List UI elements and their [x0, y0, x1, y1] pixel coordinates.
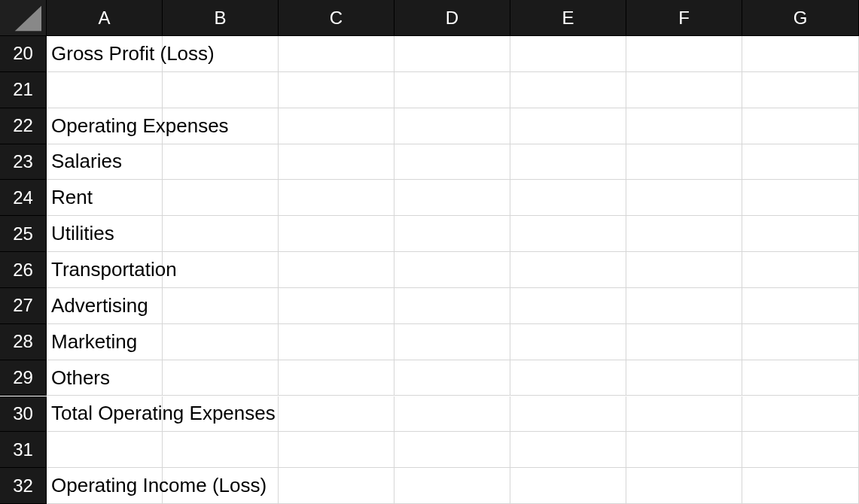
- cell-G27[interactable]: [742, 288, 859, 324]
- cell-A28[interactable]: Marketing: [47, 324, 163, 360]
- cell-B23[interactable]: [163, 144, 279, 181]
- row-header-21[interactable]: 21: [0, 72, 47, 108]
- cell-A24[interactable]: Rent: [47, 180, 163, 216]
- cell-E21[interactable]: [510, 72, 626, 108]
- cell-B31[interactable]: [163, 432, 279, 468]
- row-header-25[interactable]: 25: [0, 216, 47, 252]
- cell-G24[interactable]: [742, 180, 859, 216]
- row-header-31[interactable]: 31: [0, 432, 47, 468]
- cell-G25[interactable]: [742, 216, 859, 252]
- cell-E25[interactable]: [510, 216, 626, 252]
- row-header-22[interactable]: 22: [0, 108, 47, 144]
- cell-D22[interactable]: [394, 108, 510, 144]
- cell-E22[interactable]: [510, 108, 626, 144]
- col-header-F[interactable]: F: [626, 0, 742, 36]
- cell-F21[interactable]: [626, 72, 742, 108]
- cell-C24[interactable]: [279, 180, 394, 216]
- row-header-29[interactable]: 29: [0, 360, 47, 396]
- cell-D32[interactable]: [394, 468, 510, 504]
- select-all-corner[interactable]: [0, 0, 47, 36]
- cell-B24[interactable]: [163, 180, 279, 216]
- cell-E31[interactable]: [510, 432, 626, 468]
- cell-G29[interactable]: [742, 360, 859, 396]
- cell-E26[interactable]: [510, 252, 626, 288]
- cell-G26[interactable]: [742, 252, 859, 288]
- cell-C21[interactable]: [279, 72, 394, 108]
- cell-G23[interactable]: [742, 144, 859, 181]
- row-header-27[interactable]: 27: [0, 288, 47, 324]
- col-header-A[interactable]: A: [47, 0, 163, 36]
- cell-E29[interactable]: [510, 360, 626, 396]
- cell-C32[interactable]: [279, 468, 394, 504]
- cell-A27[interactable]: Advertising: [47, 288, 163, 324]
- cell-A23[interactable]: Salaries: [47, 144, 163, 181]
- cell-B26[interactable]: [163, 252, 279, 288]
- cell-F26[interactable]: [626, 252, 742, 288]
- cell-C25[interactable]: [279, 216, 394, 252]
- cell-B27[interactable]: [163, 288, 279, 324]
- cell-C20[interactable]: [279, 36, 394, 72]
- cell-F27[interactable]: [626, 288, 742, 324]
- row-header-26[interactable]: 26: [0, 252, 47, 288]
- col-header-B[interactable]: B: [163, 0, 279, 36]
- col-header-C[interactable]: C: [279, 0, 394, 36]
- cell-C27[interactable]: [279, 288, 394, 324]
- cell-A31[interactable]: [47, 432, 163, 468]
- cell-C22[interactable]: [279, 108, 394, 144]
- cell-D30[interactable]: [394, 396, 510, 433]
- cell-G31[interactable]: [742, 432, 859, 468]
- cell-A30[interactable]: Total Operating Expenses: [47, 396, 163, 433]
- cell-A21[interactable]: [47, 72, 163, 108]
- cell-E27[interactable]: [510, 288, 626, 324]
- cell-E32[interactable]: [510, 468, 626, 504]
- cell-G28[interactable]: [742, 324, 859, 360]
- cell-G30[interactable]: [742, 396, 859, 433]
- cell-F25[interactable]: [626, 216, 742, 252]
- cell-B21[interactable]: [163, 72, 279, 108]
- cell-A29[interactable]: Others: [47, 360, 163, 396]
- cell-D25[interactable]: [394, 216, 510, 252]
- cell-D27[interactable]: [394, 288, 510, 324]
- cell-F23[interactable]: [626, 144, 742, 181]
- col-header-D[interactable]: D: [394, 0, 510, 36]
- row-header-32[interactable]: 32: [0, 468, 47, 504]
- cell-C29[interactable]: [279, 360, 394, 396]
- cell-F20[interactable]: [626, 36, 742, 72]
- cell-A20[interactable]: Gross Profit (Loss): [47, 36, 163, 72]
- cell-C28[interactable]: [279, 324, 394, 360]
- cell-D24[interactable]: [394, 180, 510, 216]
- cell-A22[interactable]: Operating Expenses: [47, 108, 163, 144]
- cell-D28[interactable]: [394, 324, 510, 360]
- cell-E24[interactable]: [510, 180, 626, 216]
- cell-B25[interactable]: [163, 216, 279, 252]
- cell-F31[interactable]: [626, 432, 742, 468]
- cell-G32[interactable]: [742, 468, 859, 504]
- cell-F29[interactable]: [626, 360, 742, 396]
- cell-B29[interactable]: [163, 360, 279, 396]
- cell-D26[interactable]: [394, 252, 510, 288]
- cell-E30[interactable]: [510, 396, 626, 433]
- cell-A25[interactable]: Utilities: [47, 216, 163, 252]
- cell-D23[interactable]: [394, 144, 510, 181]
- row-header-23[interactable]: 23: [0, 144, 47, 181]
- cell-F24[interactable]: [626, 180, 742, 216]
- cell-D31[interactable]: [394, 432, 510, 468]
- row-header-20[interactable]: 20: [0, 36, 47, 72]
- cell-E23[interactable]: [510, 144, 626, 181]
- cell-C23[interactable]: [279, 144, 394, 181]
- cell-C30[interactable]: [279, 396, 394, 433]
- cell-G21[interactable]: [742, 72, 859, 108]
- col-header-E[interactable]: E: [510, 0, 626, 36]
- row-header-24[interactable]: 24: [0, 180, 47, 216]
- cell-F30[interactable]: [626, 396, 742, 433]
- cell-F22[interactable]: [626, 108, 742, 144]
- cell-C31[interactable]: [279, 432, 394, 468]
- cell-A26[interactable]: Transportation: [47, 252, 163, 288]
- cell-G20[interactable]: [742, 36, 859, 72]
- cell-B28[interactable]: [163, 324, 279, 360]
- cell-F28[interactable]: [626, 324, 742, 360]
- cell-D21[interactable]: [394, 72, 510, 108]
- cell-D20[interactable]: [394, 36, 510, 72]
- row-header-30[interactable]: 30: [0, 396, 47, 433]
- cell-C26[interactable]: [279, 252, 394, 288]
